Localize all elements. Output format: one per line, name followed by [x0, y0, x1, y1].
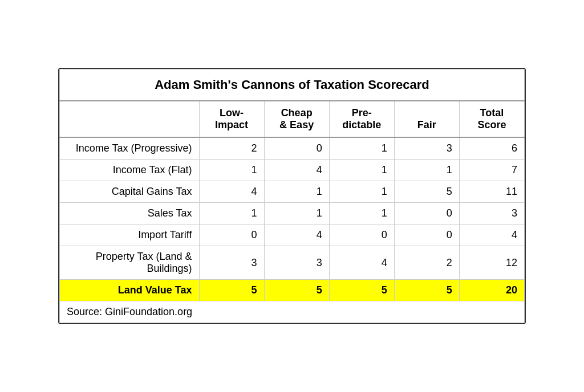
cheap-easy-cell: 1	[264, 181, 329, 203]
cheap-easy-cell: 4	[264, 160, 329, 181]
fair-cell: 2	[394, 246, 459, 280]
total-score-cell: 3	[459, 203, 524, 224]
header-total-score: TotalScore	[459, 101, 524, 137]
fair-cell: 5	[394, 280, 459, 301]
tax-name-cell: Land Value Tax	[60, 280, 200, 301]
header-fair: Fair	[394, 101, 459, 137]
total-score-cell: 7	[459, 160, 524, 181]
total-score-cell: 12	[459, 246, 524, 280]
cheap-easy-cell: 5	[264, 280, 329, 301]
low-impact-cell: 1	[199, 160, 264, 181]
low-impact-cell: 4	[199, 181, 264, 203]
tax-name-cell: Income Tax (Flat)	[60, 160, 200, 181]
tax-name-cell: Income Tax (Progressive)	[60, 137, 200, 160]
total-score-cell: 4	[459, 224, 524, 246]
tax-name-cell: Capital Gains Tax	[60, 181, 200, 203]
source-text: Source: GiniFoundation.org	[60, 301, 525, 323]
low-impact-cell: 5	[199, 280, 264, 301]
source-row: Source: GiniFoundation.org	[60, 301, 525, 323]
predictable-cell: 1	[329, 160, 394, 181]
fair-cell: 1	[394, 160, 459, 181]
fair-cell: 0	[394, 203, 459, 224]
table-row: Sales Tax11103	[60, 203, 525, 224]
low-impact-cell: 2	[199, 137, 264, 160]
predictable-cell: 4	[329, 246, 394, 280]
predictable-cell: 5	[329, 280, 394, 301]
header-tax-name	[60, 101, 200, 137]
tax-name-cell: Import Tariff	[60, 224, 200, 246]
total-score-cell: 11	[459, 181, 524, 203]
table-row: Income Tax (Flat)14117	[60, 160, 525, 181]
cheap-easy-cell: 0	[264, 137, 329, 160]
header-predictable: Pre-dictable	[329, 101, 394, 137]
title-row: Adam Smith's Cannons of Taxation Scoreca…	[60, 70, 525, 101]
scorecard-table: Adam Smith's Cannons of Taxation Scoreca…	[58, 68, 526, 324]
low-impact-cell: 1	[199, 203, 264, 224]
total-score-cell: 6	[459, 137, 524, 160]
cheap-easy-cell: 1	[264, 203, 329, 224]
predictable-cell: 1	[329, 203, 394, 224]
header-low-impact: Low-Impact	[199, 101, 264, 137]
table-title: Adam Smith's Cannons of Taxation Scoreca…	[60, 70, 525, 101]
predictable-cell: 1	[329, 137, 394, 160]
table-row: Capital Gains Tax411511	[60, 181, 525, 203]
predictable-cell: 1	[329, 181, 394, 203]
predictable-cell: 0	[329, 224, 394, 246]
table-row: Property Tax (Land & Buildings)334212	[60, 246, 525, 280]
table-row: Income Tax (Progressive)20136	[60, 137, 525, 160]
tax-name-cell: Property Tax (Land & Buildings)	[60, 246, 200, 280]
header-row: Low-Impact Cheap& Easy Pre-dictable Fair…	[60, 101, 525, 137]
fair-cell: 0	[394, 224, 459, 246]
cheap-easy-cell: 4	[264, 224, 329, 246]
header-cheap-easy: Cheap& Easy	[264, 101, 329, 137]
low-impact-cell: 3	[199, 246, 264, 280]
table-row: Import Tariff04004	[60, 224, 525, 246]
tax-name-cell: Sales Tax	[60, 203, 200, 224]
table-row: Land Value Tax555520	[60, 280, 525, 301]
low-impact-cell: 0	[199, 224, 264, 246]
cheap-easy-cell: 3	[264, 246, 329, 280]
fair-cell: 5	[394, 181, 459, 203]
total-score-cell: 20	[459, 280, 524, 301]
fair-cell: 3	[394, 137, 459, 160]
